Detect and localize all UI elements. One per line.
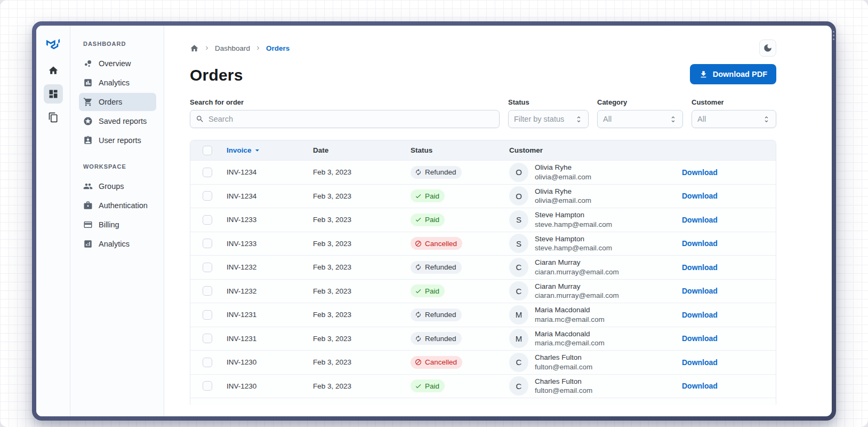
theme-toggle-button[interactable] <box>759 39 776 57</box>
sidebar-item-groups[interactable]: Groups <box>79 177 156 195</box>
sidebar-item-label: Analytics <box>99 240 130 248</box>
customer-cell: S Steve Hampton steve.hamp@email.com <box>509 234 677 253</box>
download-link[interactable]: Download <box>682 382 718 390</box>
row-checkbox[interactable] <box>203 239 212 248</box>
breadcrumb-orders[interactable]: Orders <box>266 44 290 52</box>
row-menu-button[interactable] <box>730 284 743 297</box>
breadcrumb-dashboard[interactable]: Dashboard <box>215 44 250 52</box>
row-menu-button[interactable] <box>730 237 743 250</box>
status-cell: Paid <box>411 189 509 202</box>
sidebar-item-user-reports[interactable]: User reports <box>79 131 156 149</box>
invoice-cell: INV-1233 <box>227 240 313 248</box>
date-cell: Feb 3, 2023 <box>313 263 411 271</box>
search-icon <box>196 110 204 128</box>
customer-cell: C Charles Fulton fulton@email.com <box>509 376 677 396</box>
customer-filter-label: Customer <box>692 98 776 106</box>
download-link[interactable]: Download <box>682 311 718 319</box>
row-checkbox[interactable] <box>203 191 212 201</box>
select-all-checkbox[interactable] <box>203 146 212 155</box>
status-cell: Refunded <box>411 332 509 345</box>
bar-chart-icon <box>83 78 93 88</box>
status-cell: Cancelled <box>411 237 509 250</box>
row-menu-button[interactable] <box>730 261 743 274</box>
row-checkbox[interactable] <box>203 334 212 343</box>
browser-window-frame: DASHBOARDOverviewAnalyticsOrdersSaved re… <box>32 21 836 421</box>
sidebar-item-authentication[interactable]: Authentication <box>79 196 156 215</box>
star-circle-icon <box>83 116 93 126</box>
download-link[interactable]: Download <box>682 263 718 272</box>
page-title: Orders <box>190 66 243 84</box>
status-cell: Refunded <box>411 166 509 179</box>
window-scrollbar-dots[interactable] <box>833 31 834 40</box>
unfold-chevrons-icon <box>575 115 583 123</box>
sidebar-item-billing[interactable]: Billing <box>79 216 156 234</box>
download-link[interactable]: Download <box>682 334 718 343</box>
customer-filter-select[interactable]: All <box>692 110 776 128</box>
home-icon <box>48 65 59 76</box>
customer-cell: M Maria Macdonald maria.mc@email.com <box>509 305 677 325</box>
download-link[interactable]: Download <box>682 358 718 367</box>
row-menu-button[interactable] <box>730 213 743 226</box>
download-link[interactable]: Download <box>682 287 718 295</box>
sidebar-item-analytics[interactable]: Analytics <box>79 235 156 253</box>
row-checkbox[interactable] <box>203 381 212 391</box>
status-filter-label: Status <box>508 98 589 106</box>
row-menu-button[interactable] <box>730 166 743 179</box>
date-cell: Feb 3, 2023 <box>313 240 411 248</box>
row-checkbox[interactable] <box>203 358 212 367</box>
download-pdf-button[interactable]: Download PDF <box>690 64 776 84</box>
customer-name: Charles Fulton <box>535 353 592 362</box>
sidebar-item-saved-reports[interactable]: Saved reports <box>79 112 156 130</box>
home-icon[interactable] <box>190 44 199 53</box>
autorenew-icon <box>415 335 422 342</box>
date-cell: Feb 3, 2023 <box>313 335 411 343</box>
download-link[interactable]: Download <box>682 192 718 200</box>
sidebar-item-overview[interactable]: Overview <box>79 54 156 73</box>
row-checkbox[interactable] <box>203 168 212 177</box>
row-checkbox[interactable] <box>203 263 212 272</box>
avatar: M <box>509 329 528 348</box>
row-menu-button[interactable] <box>730 356 743 369</box>
row-menu-button[interactable] <box>730 189 743 202</box>
invoice-cell: INV-1234 <box>227 192 313 200</box>
search-input[interactable] <box>208 115 494 123</box>
download-link[interactable]: Download <box>682 216 718 224</box>
status-cell: Refunded <box>411 309 509 321</box>
table-row: INV-1231 Feb 3, 2023 Refunded M Maria Ma… <box>190 303 776 327</box>
invoice-cell: INV-1230 <box>227 382 313 390</box>
search-input-box[interactable] <box>190 110 500 128</box>
row-checkbox[interactable] <box>203 286 212 296</box>
table-header: Invoice Date Status Customer <box>190 140 776 160</box>
row-checkbox[interactable] <box>203 215 212 225</box>
download-link[interactable]: Download <box>682 168 718 177</box>
status-chip-cancelled: Cancelled <box>411 237 462 250</box>
app-window: DASHBOARDOverviewAnalyticsOrdersSaved re… <box>36 26 832 416</box>
customer-name: Maria Macdonald <box>535 305 605 315</box>
rail-button-dashboard-grid[interactable] <box>44 84 63 104</box>
topbar: DashboardOrders <box>190 39 776 57</box>
unfold-chevrons-icon <box>669 115 677 123</box>
table-row: INV-1234 Feb 3, 2023 Paid O Olivia Ryhe … <box>190 184 776 208</box>
avatar: O <box>509 186 528 205</box>
customer-email: fulton@email.com <box>535 362 592 372</box>
download-link[interactable]: Download <box>682 239 718 248</box>
date-cell: Feb 3, 2023 <box>313 287 411 295</box>
icon-rail <box>36 26 70 416</box>
avatar: C <box>509 353 528 372</box>
row-menu-button[interactable] <box>730 332 743 345</box>
customer-filter-group: Customer All <box>692 98 776 128</box>
mui-logo[interactable] <box>43 34 63 54</box>
row-checkbox[interactable] <box>203 310 212 320</box>
column-header-invoice[interactable]: Invoice <box>227 146 313 155</box>
category-filter-select[interactable]: All <box>597 110 683 128</box>
sidebar-item-label: Groups <box>99 182 124 191</box>
status-chip-paid: Paid <box>411 379 445 392</box>
rail-button-home[interactable] <box>44 61 63 80</box>
row-menu-button[interactable] <box>730 379 743 392</box>
rail-button-layers[interactable] <box>44 108 63 127</box>
row-menu-button[interactable] <box>730 309 743 321</box>
sidebar-item-analytics[interactable]: Analytics <box>79 74 156 92</box>
sidebar-item-orders[interactable]: Orders <box>79 93 156 111</box>
invoice-cell: INV-1233 <box>227 216 313 224</box>
status-filter-select[interactable]: Filter by status <box>508 110 589 128</box>
